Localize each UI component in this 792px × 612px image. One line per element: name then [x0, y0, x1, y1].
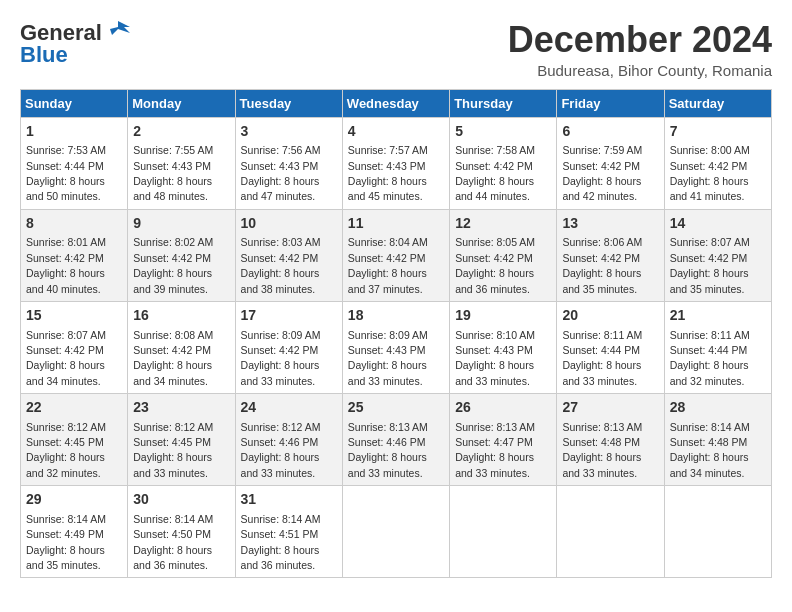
logo: General Blue: [20, 20, 132, 68]
day-number: 21: [670, 306, 766, 326]
day-info: Sunrise: 8:14 AMSunset: 4:50 PMDaylight:…: [133, 513, 213, 571]
day-info: Sunrise: 8:09 AMSunset: 4:42 PMDaylight:…: [241, 329, 321, 387]
calendar-cell: 14 Sunrise: 8:07 AMSunset: 4:42 PMDaylig…: [664, 209, 771, 301]
calendar-cell: 30 Sunrise: 8:14 AMSunset: 4:50 PMDaylig…: [128, 486, 235, 578]
day-header-thursday: Thursday: [450, 89, 557, 117]
day-info: Sunrise: 8:14 AMSunset: 4:51 PMDaylight:…: [241, 513, 321, 571]
day-info: Sunrise: 8:07 AMSunset: 4:42 PMDaylight:…: [26, 329, 106, 387]
calendar-cell: 6 Sunrise: 7:59 AMSunset: 4:42 PMDayligh…: [557, 117, 664, 209]
day-number: 28: [670, 398, 766, 418]
calendar-cell: 3 Sunrise: 7:56 AMSunset: 4:43 PMDayligh…: [235, 117, 342, 209]
day-header-tuesday: Tuesday: [235, 89, 342, 117]
calendar-cell: 31 Sunrise: 8:14 AMSunset: 4:51 PMDaylig…: [235, 486, 342, 578]
day-number: 19: [455, 306, 551, 326]
day-info: Sunrise: 8:13 AMSunset: 4:48 PMDaylight:…: [562, 421, 642, 479]
day-info: Sunrise: 8:13 AMSunset: 4:47 PMDaylight:…: [455, 421, 535, 479]
day-number: 8: [26, 214, 122, 234]
calendar-cell: 13 Sunrise: 8:06 AMSunset: 4:42 PMDaylig…: [557, 209, 664, 301]
calendar-cell: 17 Sunrise: 8:09 AMSunset: 4:42 PMDaylig…: [235, 301, 342, 393]
day-number: 13: [562, 214, 658, 234]
day-info: Sunrise: 8:12 AMSunset: 4:45 PMDaylight:…: [133, 421, 213, 479]
day-header-wednesday: Wednesday: [342, 89, 449, 117]
day-number: 26: [455, 398, 551, 418]
day-info: Sunrise: 8:03 AMSunset: 4:42 PMDaylight:…: [241, 236, 321, 294]
day-number: 30: [133, 490, 229, 510]
calendar-cell: 9 Sunrise: 8:02 AMSunset: 4:42 PMDayligh…: [128, 209, 235, 301]
day-info: Sunrise: 7:56 AMSunset: 4:43 PMDaylight:…: [241, 144, 321, 202]
calendar-week-1: 1 Sunrise: 7:53 AMSunset: 4:44 PMDayligh…: [21, 117, 772, 209]
title-block: December 2024 Budureasa, Bihor County, R…: [508, 20, 772, 79]
calendar-week-3: 15 Sunrise: 8:07 AMSunset: 4:42 PMDaylig…: [21, 301, 772, 393]
calendar-header-row: SundayMondayTuesdayWednesdayThursdayFrid…: [21, 89, 772, 117]
day-info: Sunrise: 8:12 AMSunset: 4:46 PMDaylight:…: [241, 421, 321, 479]
day-info: Sunrise: 7:53 AMSunset: 4:44 PMDaylight:…: [26, 144, 106, 202]
day-number: 2: [133, 122, 229, 142]
day-number: 27: [562, 398, 658, 418]
day-info: Sunrise: 8:12 AMSunset: 4:45 PMDaylight:…: [26, 421, 106, 479]
day-header-saturday: Saturday: [664, 89, 771, 117]
calendar-cell: [450, 486, 557, 578]
calendar-week-2: 8 Sunrise: 8:01 AMSunset: 4:42 PMDayligh…: [21, 209, 772, 301]
day-number: 16: [133, 306, 229, 326]
calendar-week-4: 22 Sunrise: 8:12 AMSunset: 4:45 PMDaylig…: [21, 394, 772, 486]
calendar-cell: 25 Sunrise: 8:13 AMSunset: 4:46 PMDaylig…: [342, 394, 449, 486]
logo-bird-icon: [104, 17, 132, 45]
calendar-cell: 1 Sunrise: 7:53 AMSunset: 4:44 PMDayligh…: [21, 117, 128, 209]
day-number: 25: [348, 398, 444, 418]
day-info: Sunrise: 7:59 AMSunset: 4:42 PMDaylight:…: [562, 144, 642, 202]
day-number: 15: [26, 306, 122, 326]
day-number: 7: [670, 122, 766, 142]
day-info: Sunrise: 8:11 AMSunset: 4:44 PMDaylight:…: [670, 329, 750, 387]
day-number: 10: [241, 214, 337, 234]
day-info: Sunrise: 8:04 AMSunset: 4:42 PMDaylight:…: [348, 236, 428, 294]
day-number: 12: [455, 214, 551, 234]
day-number: 18: [348, 306, 444, 326]
day-number: 11: [348, 214, 444, 234]
calendar-cell: 26 Sunrise: 8:13 AMSunset: 4:47 PMDaylig…: [450, 394, 557, 486]
calendar-cell: 2 Sunrise: 7:55 AMSunset: 4:43 PMDayligh…: [128, 117, 235, 209]
day-info: Sunrise: 8:11 AMSunset: 4:44 PMDaylight:…: [562, 329, 642, 387]
month-title: December 2024: [508, 20, 772, 60]
calendar-cell: 24 Sunrise: 8:12 AMSunset: 4:46 PMDaylig…: [235, 394, 342, 486]
day-number: 9: [133, 214, 229, 234]
location: Budureasa, Bihor County, Romania: [508, 62, 772, 79]
calendar-cell: [557, 486, 664, 578]
calendar-cell: 20 Sunrise: 8:11 AMSunset: 4:44 PMDaylig…: [557, 301, 664, 393]
calendar-cell: 21 Sunrise: 8:11 AMSunset: 4:44 PMDaylig…: [664, 301, 771, 393]
day-info: Sunrise: 8:05 AMSunset: 4:42 PMDaylight:…: [455, 236, 535, 294]
day-number: 24: [241, 398, 337, 418]
svg-marker-0: [110, 21, 130, 35]
day-info: Sunrise: 7:57 AMSunset: 4:43 PMDaylight:…: [348, 144, 428, 202]
calendar-cell: 18 Sunrise: 8:09 AMSunset: 4:43 PMDaylig…: [342, 301, 449, 393]
calendar-cell: 19 Sunrise: 8:10 AMSunset: 4:43 PMDaylig…: [450, 301, 557, 393]
calendar-cell: 10 Sunrise: 8:03 AMSunset: 4:42 PMDaylig…: [235, 209, 342, 301]
calendar-table: SundayMondayTuesdayWednesdayThursdayFrid…: [20, 89, 772, 579]
day-number: 5: [455, 122, 551, 142]
calendar-cell: 15 Sunrise: 8:07 AMSunset: 4:42 PMDaylig…: [21, 301, 128, 393]
day-info: Sunrise: 8:14 AMSunset: 4:48 PMDaylight:…: [670, 421, 750, 479]
day-info: Sunrise: 8:10 AMSunset: 4:43 PMDaylight:…: [455, 329, 535, 387]
calendar-cell: 12 Sunrise: 8:05 AMSunset: 4:42 PMDaylig…: [450, 209, 557, 301]
day-info: Sunrise: 8:14 AMSunset: 4:49 PMDaylight:…: [26, 513, 106, 571]
day-info: Sunrise: 8:06 AMSunset: 4:42 PMDaylight:…: [562, 236, 642, 294]
day-number: 4: [348, 122, 444, 142]
day-info: Sunrise: 8:13 AMSunset: 4:46 PMDaylight:…: [348, 421, 428, 479]
calendar-cell: 27 Sunrise: 8:13 AMSunset: 4:48 PMDaylig…: [557, 394, 664, 486]
day-info: Sunrise: 8:02 AMSunset: 4:42 PMDaylight:…: [133, 236, 213, 294]
day-info: Sunrise: 8:08 AMSunset: 4:42 PMDaylight:…: [133, 329, 213, 387]
day-number: 1: [26, 122, 122, 142]
day-number: 31: [241, 490, 337, 510]
calendar-cell: 29 Sunrise: 8:14 AMSunset: 4:49 PMDaylig…: [21, 486, 128, 578]
calendar-cell: 4 Sunrise: 7:57 AMSunset: 4:43 PMDayligh…: [342, 117, 449, 209]
calendar-cell: 22 Sunrise: 8:12 AMSunset: 4:45 PMDaylig…: [21, 394, 128, 486]
day-info: Sunrise: 7:55 AMSunset: 4:43 PMDaylight:…: [133, 144, 213, 202]
calendar-cell: 28 Sunrise: 8:14 AMSunset: 4:48 PMDaylig…: [664, 394, 771, 486]
day-number: 17: [241, 306, 337, 326]
day-info: Sunrise: 8:00 AMSunset: 4:42 PMDaylight:…: [670, 144, 750, 202]
day-number: 29: [26, 490, 122, 510]
day-number: 23: [133, 398, 229, 418]
day-header-monday: Monday: [128, 89, 235, 117]
calendar-cell: 11 Sunrise: 8:04 AMSunset: 4:42 PMDaylig…: [342, 209, 449, 301]
logo-blue: Blue: [20, 42, 68, 68]
day-number: 20: [562, 306, 658, 326]
